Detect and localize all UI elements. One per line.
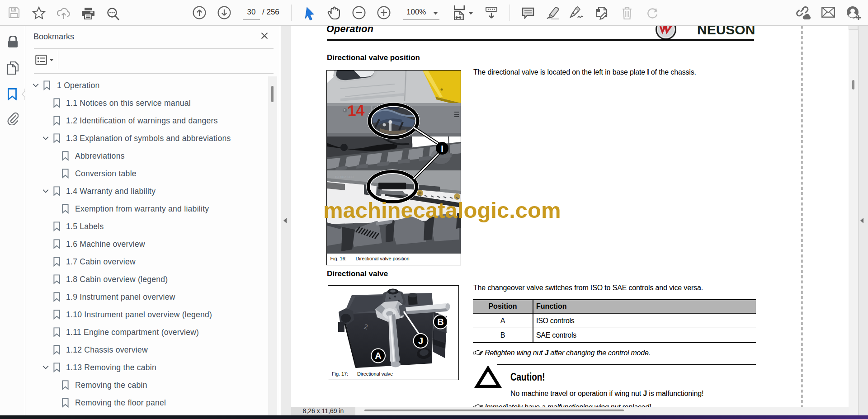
svg-text:J: J <box>418 336 423 346</box>
svg-text:I: I <box>441 143 443 153</box>
svg-text:A: A <box>375 351 381 361</box>
svg-text:BJ 08Z 080: BJ 08Z 080 <box>335 175 354 179</box>
svg-text:14: 14 <box>347 101 365 119</box>
svg-text:B: B <box>437 317 443 327</box>
